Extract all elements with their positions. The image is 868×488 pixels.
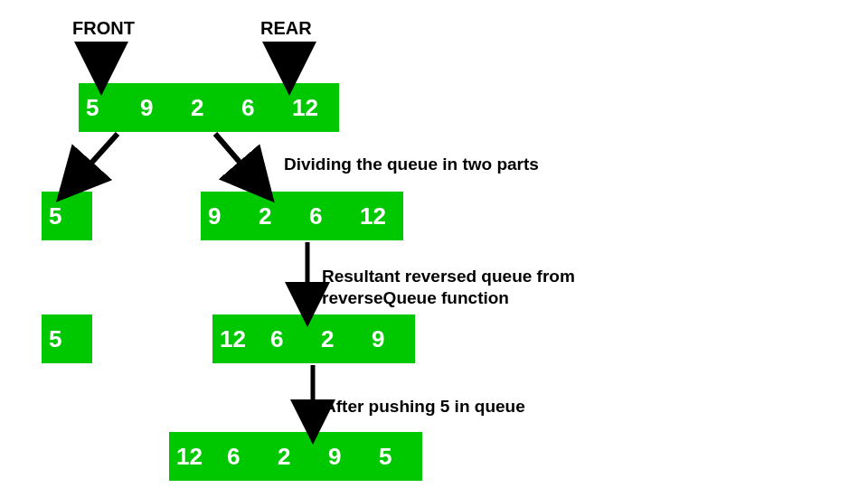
- queue-popped-left: 5: [42, 314, 92, 363]
- cell: 6: [263, 314, 314, 363]
- cell: 5: [372, 432, 422, 481]
- cell: 12: [169, 432, 220, 481]
- queue-split-right: 9 2 6 12: [201, 192, 403, 240]
- cell: 12: [212, 314, 263, 363]
- queue-final: 12 6 2 9 5: [169, 432, 422, 481]
- cell: 9: [133, 83, 184, 132]
- cell: 12: [285, 83, 339, 132]
- cell: 2: [184, 83, 234, 132]
- cell: 9: [364, 314, 415, 363]
- cell: 5: [79, 83, 133, 132]
- arrow-split-right: [215, 134, 260, 186]
- front-label: FRONT: [72, 18, 135, 39]
- cell: 5: [42, 192, 92, 240]
- cell: 2: [270, 432, 321, 481]
- cell: 5: [42, 314, 92, 363]
- cell: 2: [314, 314, 364, 363]
- cell: 2: [251, 192, 302, 240]
- caption-reverse-l1: Resultant reversed queue from: [322, 266, 575, 287]
- caption-reverse-l2: reverseQueue function: [322, 287, 509, 309]
- queue-original: 5 9 2 6 12: [79, 83, 339, 132]
- arrow-split-left: [71, 134, 118, 186]
- caption-push: After pushing 5 in queue: [324, 396, 525, 418]
- cell: 6: [220, 432, 270, 481]
- cell: 9: [201, 192, 251, 240]
- cell: 6: [234, 83, 285, 132]
- caption-divide: Dividing the queue in two parts: [284, 154, 539, 175]
- rear-label: REAR: [260, 18, 312, 39]
- queue-split-left: 5: [42, 192, 92, 240]
- cell: 12: [353, 192, 403, 240]
- cell: 6: [302, 192, 353, 240]
- queue-reversed: 12 6 2 9: [212, 314, 415, 363]
- cell: 9: [321, 432, 372, 481]
